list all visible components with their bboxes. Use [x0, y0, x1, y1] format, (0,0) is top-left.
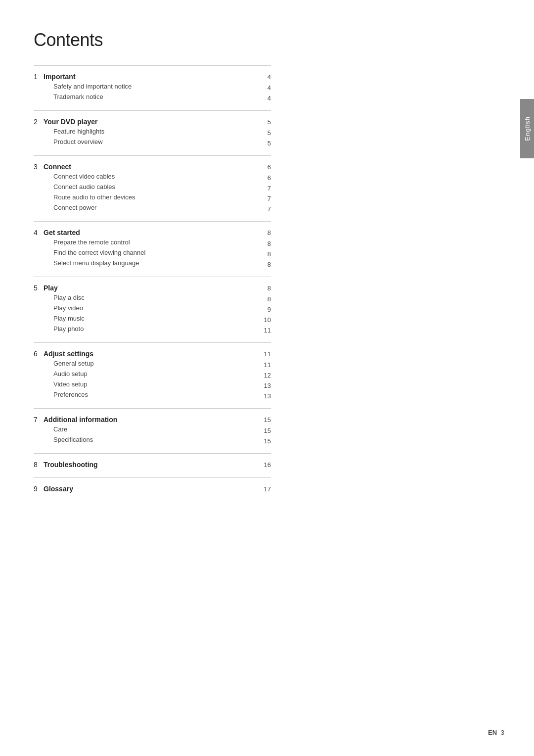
section-page: 8 [261, 284, 271, 292]
toc-item-row: General setup11 [34, 360, 271, 369]
toc-item-label: Connect power [53, 204, 261, 211]
toc-item-page: 11 [261, 327, 271, 334]
toc-item-label: General setup [53, 360, 261, 367]
toc-main-row: 9Glossary17 [34, 485, 271, 493]
toc-item-label: Video setup [53, 380, 261, 388]
section-number: 9 [34, 485, 44, 493]
toc-item-label: Connect video cables [53, 173, 261, 180]
section-page: 15 [261, 416, 271, 424]
toc-section: 1Important4Safety and important notice4T… [34, 65, 271, 110]
toc-item-label: Trademark notice [53, 93, 261, 100]
toc-item-page: 5 [261, 140, 271, 147]
toc-item-page: 8 [261, 261, 271, 268]
toc-item-row: Product overview5 [34, 138, 271, 147]
footer-label: EN [488, 729, 497, 736]
toc-item-row: Connect video cables6 [34, 173, 271, 182]
toc-item-page: 4 [261, 84, 271, 92]
toc-section: 7Additional information15Care15Specifica… [34, 408, 271, 453]
section-number: 2 [34, 118, 44, 126]
toc-item-label: Specifications [53, 436, 261, 443]
section-title: Your DVD player [44, 118, 261, 126]
page-title: Contents [34, 30, 271, 50]
toc-section: 2Your DVD player5Feature highlights5Prod… [34, 110, 271, 155]
section-number: 1 [34, 73, 44, 81]
toc-main-row: 1Important4 [34, 73, 271, 81]
toc-item-page: 9 [261, 306, 271, 313]
toc-item-label: Connect audio cables [53, 183, 261, 190]
toc-item-label: Prepare the remote control [53, 238, 261, 246]
toc-item-row: Play a disc8 [34, 294, 271, 303]
toc-section: 5Play8Play a disc8Play video9Play music1… [34, 277, 271, 342]
footer-page-number: 3 [501, 729, 504, 736]
toc-section: 4Get started8Prepare the remote control8… [34, 221, 271, 277]
toc-main-row: 2Your DVD player5 [34, 118, 271, 126]
toc-item-page: 12 [261, 372, 271, 379]
toc-main-row: 7Additional information15 [34, 416, 271, 424]
section-title: Additional information [44, 416, 261, 424]
toc-item-label: Audio setup [53, 370, 261, 378]
toc-section: 9Glossary17 [34, 477, 271, 502]
main-content: Contents 1Important4Safety and important… [34, 30, 271, 502]
toc-item-row: Route audio to other devices7 [34, 193, 271, 202]
section-number: 6 [34, 350, 44, 358]
toc-item-label: Find the correct viewing channel [53, 249, 261, 256]
toc-main-row: 5Play8 [34, 284, 271, 292]
toc-item-page: 8 [261, 295, 271, 303]
toc-section: 8Troubleshooting16 [34, 453, 271, 477]
toc-item-page: 7 [261, 205, 271, 213]
toc-item-row: Audio setup12 [34, 370, 271, 379]
toc-item-label: Safety and important notice [53, 83, 261, 90]
toc-container: 1Important4Safety and important notice4T… [34, 65, 271, 502]
toc-item-page: 7 [261, 195, 271, 202]
page-container: English Contents 1Important4Safety and i… [0, 0, 534, 756]
section-number: 8 [34, 461, 44, 469]
toc-item-row: Specifications15 [34, 436, 271, 445]
section-page: 16 [261, 461, 271, 469]
toc-item-label: Product overview [53, 138, 261, 145]
toc-main-row: 3Connect6 [34, 163, 271, 171]
section-page: 8 [261, 229, 271, 236]
section-title: Glossary [44, 485, 261, 493]
toc-item-row: Play video9 [34, 304, 271, 313]
section-title: Adjust settings [44, 350, 261, 358]
section-title: Troubleshooting [44, 461, 261, 469]
section-page: 11 [261, 350, 271, 358]
section-page: 5 [261, 118, 271, 126]
toc-item-label: Care [53, 425, 261, 433]
toc-item-row: Find the correct viewing channel8 [34, 249, 271, 258]
toc-item-label: Play a disc [53, 294, 261, 301]
toc-item-row: Select menu display language8 [34, 259, 271, 268]
toc-item-row: Safety and important notice4 [34, 83, 271, 92]
section-title: Connect [44, 163, 261, 171]
toc-item-row: Trademark notice4 [34, 93, 271, 102]
section-number: 3 [34, 163, 44, 171]
toc-item-page: 5 [261, 129, 271, 137]
toc-item-row: Connect power7 [34, 204, 271, 213]
section-number: 5 [34, 284, 44, 292]
toc-item-row: Play photo11 [34, 325, 271, 334]
toc-main-row: 8Troubleshooting16 [34, 461, 271, 469]
toc-item-page: 13 [261, 392, 271, 400]
toc-item-label: Play music [53, 315, 261, 322]
toc-main-row: 6Adjust settings11 [34, 350, 271, 358]
toc-item-row: Prepare the remote control8 [34, 238, 271, 247]
section-page: 6 [261, 163, 271, 171]
toc-item-page: 8 [261, 240, 271, 247]
toc-item-page: 4 [261, 94, 271, 102]
toc-section: 6Adjust settings11General setup11Audio s… [34, 342, 271, 408]
toc-item-label: Preferences [53, 391, 261, 398]
toc-item-row: Care15 [34, 425, 271, 434]
side-tab: English [520, 99, 534, 158]
section-page: 4 [261, 73, 271, 81]
toc-item-page: 11 [261, 361, 271, 369]
toc-item-label: Play photo [53, 325, 261, 332]
side-tab-label: English [524, 116, 531, 141]
toc-item-row: Connect audio cables7 [34, 183, 271, 192]
toc-item-row: Play music10 [34, 315, 271, 324]
section-number: 4 [34, 229, 44, 236]
toc-item-label: Feature highlights [53, 128, 261, 135]
toc-item-page: 7 [261, 185, 271, 192]
toc-section: 3Connect6Connect video cables6Connect au… [34, 155, 271, 221]
section-page: 17 [261, 485, 271, 493]
toc-item-row: Preferences13 [34, 391, 271, 400]
